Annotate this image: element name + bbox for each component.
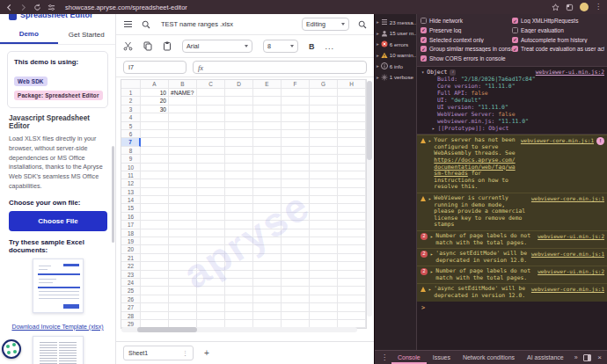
toolbar-overflow-button[interactable]: ...: [325, 42, 335, 51]
cell-B22[interactable]: [169, 262, 197, 270]
download-invoice-link[interactable]: Download Invoice Template (xlsx): [11, 324, 103, 330]
cell-H8[interactable]: [338, 147, 366, 155]
row-header-21[interactable]: 21: [121, 254, 141, 262]
cell-A7[interactable]: [141, 138, 169, 146]
cell-H11[interactable]: [338, 171, 366, 179]
cell-H13[interactable]: [338, 188, 366, 196]
back-icon[interactable]: [5, 4, 13, 11]
profile-avatar[interactable]: [580, 3, 589, 11]
prototype-row[interactable]: ▸ [[Prototype]]: Object: [421, 125, 604, 132]
row-header-15[interactable]: 15: [121, 204, 141, 212]
cell-A20[interactable]: [141, 245, 169, 253]
cell-H5[interactable]: [338, 122, 366, 130]
issue-badge-icon[interactable]: !: [596, 137, 604, 145]
row-header-28[interactable]: 28: [121, 312, 141, 320]
cell-D20[interactable]: [225, 245, 253, 253]
cell-B5[interactable]: [169, 122, 197, 130]
cell-C7[interactable]: [197, 138, 225, 146]
copy-icon[interactable]: [143, 41, 152, 51]
cell-H15[interactable]: [338, 204, 366, 212]
cell-A22[interactable]: [141, 262, 169, 270]
cell-A21[interactable]: [141, 254, 169, 262]
cell-E13[interactable]: [253, 188, 282, 196]
cell-A12[interactable]: [141, 179, 169, 187]
cell-D22[interactable]: [225, 262, 253, 270]
row-header-12[interactable]: 12: [121, 179, 141, 187]
cell-D19[interactable]: [225, 237, 253, 245]
cell-D27[interactable]: [225, 303, 253, 311]
cell-E7[interactable]: [253, 138, 282, 146]
cell-H3[interactable]: [338, 106, 366, 113]
expand-arrow-icon[interactable]: ▸: [428, 287, 431, 294]
console-filter-info[interactable]: ▸6 info: [375, 61, 416, 72]
cell-F24[interactable]: [282, 279, 310, 287]
cell-C9[interactable]: [197, 155, 225, 163]
cell-E10[interactable]: [253, 164, 282, 171]
cell-C1[interactable]: [197, 89, 225, 97]
source-link[interactable]: webviewer-core.min.js:1: [531, 251, 604, 258]
cell-C13[interactable]: [197, 188, 225, 196]
checkbox-unchecked-icon[interactable]: [512, 27, 518, 33]
cell-A13[interactable]: [141, 188, 169, 196]
cell-G9[interactable]: [310, 155, 338, 163]
cell-E17[interactable]: [253, 221, 282, 229]
console-setting[interactable]: ✓Autocomplete from history: [512, 37, 604, 43]
console-setting[interactable]: Hide network: [421, 18, 512, 24]
cell-B9[interactable]: [169, 155, 197, 163]
checkbox-checked-icon[interactable]: ✓: [512, 46, 518, 52]
cell-G6[interactable]: [310, 130, 338, 138]
cell-D24[interactable]: [225, 279, 253, 287]
cell-C6[interactable]: [197, 130, 225, 138]
cell-D11[interactable]: [225, 171, 253, 179]
cell-F20[interactable]: [282, 245, 310, 253]
cell-E3[interactable]: [253, 106, 282, 113]
cell-G15[interactable]: [310, 204, 338, 212]
row-header-24[interactable]: 24: [121, 279, 141, 287]
cell-D4[interactable]: [225, 113, 253, 121]
cell-B13[interactable]: [169, 188, 197, 196]
cell-C17[interactable]: [197, 221, 225, 229]
checkbox-unchecked-icon[interactable]: [421, 18, 427, 24]
column-header-A[interactable]: A: [141, 80, 169, 89]
object-label[interactable]: Object: [427, 69, 447, 76]
more-tabs-icon[interactable]: »: [570, 351, 582, 364]
tab-get-started[interactable]: Get Started: [58, 25, 116, 44]
cell-C26[interactable]: [197, 295, 225, 303]
cell-B8[interactable]: [169, 147, 197, 155]
cell-G26[interactable]: [310, 295, 338, 303]
cell-B11[interactable]: [169, 171, 197, 179]
cell-F4[interactable]: [282, 113, 310, 121]
cell-H1[interactable]: [338, 89, 366, 97]
cell-C25[interactable]: [197, 287, 225, 295]
reload-icon[interactable]: [33, 4, 41, 11]
tab-network-conditions[interactable]: Network conditions: [457, 351, 521, 364]
sidebar-scrollbar[interactable]: [112, 146, 114, 243]
cell-C4[interactable]: [197, 113, 225, 121]
expand-arrow-icon[interactable]: ▸: [377, 31, 379, 36]
cell-F3[interactable]: [282, 106, 310, 113]
cell-B15[interactable]: [169, 204, 197, 212]
cell-A6[interactable]: [141, 130, 169, 138]
cell-E12[interactable]: [253, 179, 282, 187]
cell-F15[interactable]: [282, 204, 310, 212]
console-setting[interactable]: Eager evaluation: [512, 27, 604, 33]
font-family-select[interactable]: Arial: [182, 40, 252, 53]
cell-G28[interactable]: [310, 312, 338, 320]
cell-B2[interactable]: [169, 97, 197, 105]
checkbox-checked-icon[interactable]: ✓: [512, 37, 518, 43]
row-header-10[interactable]: 10: [121, 164, 141, 171]
row-header-25[interactable]: 25: [121, 287, 141, 295]
cell-D7[interactable]: [225, 138, 253, 146]
cell-H14[interactable]: [338, 196, 366, 204]
console-prompt[interactable]: >: [417, 302, 607, 314]
cell-A18[interactable]: [141, 229, 169, 237]
url-bar[interactable]: showcase.apryse.com/spreadsheet-editor: [65, 4, 187, 11]
cell-E8[interactable]: [253, 147, 282, 155]
cell-F19[interactable]: [282, 237, 310, 245]
cell-C18[interactable]: [197, 229, 225, 237]
cell-H22[interactable]: [338, 262, 366, 270]
cell-B25[interactable]: [169, 287, 197, 295]
dock-side-icon[interactable]: [583, 354, 591, 361]
row-header-2[interactable]: 2: [121, 97, 141, 105]
column-header-E[interactable]: E: [253, 80, 282, 89]
